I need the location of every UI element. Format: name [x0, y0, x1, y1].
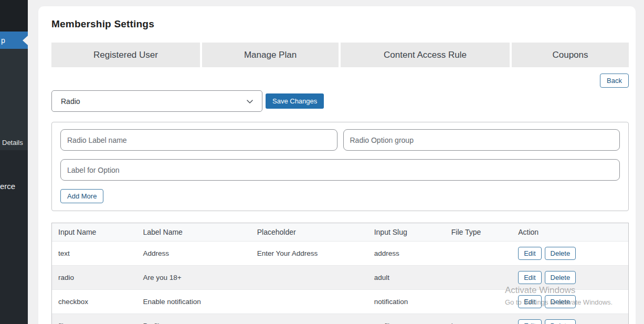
- field-type-controls: Radio Save Changes: [51, 90, 629, 112]
- edit-button[interactable]: Edit: [518, 271, 541, 284]
- sidebar-submenu-section: Details: [0, 49, 28, 150]
- cell-label-name: Are you 18+: [136, 265, 250, 289]
- sidebar-active-label: p: [1, 36, 5, 45]
- add-more-button[interactable]: Add More: [60, 189, 103, 203]
- column-header-input-name: Input Name: [52, 223, 136, 241]
- input-type-select[interactable]: Radio: [51, 90, 262, 112]
- table-row: checkbox Enable notification notificatio…: [52, 289, 628, 313]
- sidebar-top-section: [0, 0, 28, 32]
- cell-input-name: radio: [52, 265, 136, 289]
- cell-file-type: image: [445, 313, 512, 324]
- cell-input-name: text: [52, 241, 136, 265]
- delete-button[interactable]: Delete: [545, 247, 576, 260]
- page-title: Membership Settings: [51, 18, 629, 30]
- sidebar-item-active[interactable]: p: [0, 32, 28, 49]
- radio-label-name-input[interactable]: [60, 129, 337, 151]
- tab-coupons[interactable]: Coupons: [512, 43, 629, 67]
- delete-button[interactable]: Delete: [545, 319, 576, 324]
- cell-file-type: [445, 265, 512, 289]
- inputs-table: Input Name Label Name Placeholder Input …: [52, 223, 628, 324]
- tab-manage-plan[interactable]: Manage Plan: [202, 43, 339, 67]
- column-header-input-slug: Input Slug: [368, 223, 445, 241]
- radio-options-panel: Add More: [51, 122, 629, 211]
- sidebar-item-details[interactable]: Details: [2, 139, 23, 147]
- cell-input-name: file: [52, 313, 136, 324]
- cell-label-name: Address: [136, 241, 250, 265]
- table-row: file Profile profile image Edit Delete: [52, 313, 628, 324]
- back-row: Back: [51, 74, 629, 88]
- cell-file-type: [445, 289, 512, 313]
- active-item-arrow-icon: [23, 36, 28, 45]
- sidebar-bottom-section: erce: [0, 150, 28, 324]
- column-header-label-name: Label Name: [136, 223, 250, 241]
- cell-placeholder: Enter Your Address: [251, 241, 368, 265]
- cell-placeholder: [251, 313, 368, 324]
- cell-placeholder: [251, 289, 368, 313]
- cell-label-name: Profile: [136, 313, 250, 324]
- cell-placeholder: [251, 265, 368, 289]
- table-row: text Address Enter Your Address address …: [52, 241, 628, 265]
- admin-sidebar: p Details erce: [0, 0, 28, 324]
- tab-registered-user[interactable]: Registered User: [51, 43, 200, 67]
- delete-button[interactable]: Delete: [545, 295, 576, 308]
- chevron-down-icon: [246, 97, 254, 106]
- radio-option-group-input[interactable]: [343, 129, 620, 151]
- cell-input-slug: profile: [368, 313, 445, 324]
- column-header-placeholder: Placeholder: [251, 223, 368, 241]
- table-row: radio Are you 18+ adult Edit Delete: [52, 265, 628, 289]
- tab-bar: Registered User Manage Plan Content Acce…: [51, 43, 629, 67]
- tab-content-access-rule[interactable]: Content Access Rule: [341, 43, 510, 67]
- edit-button[interactable]: Edit: [518, 295, 541, 308]
- column-header-file-type: File Type: [445, 223, 512, 241]
- cell-input-slug: adult: [368, 265, 445, 289]
- cell-input-slug: address: [368, 241, 445, 265]
- input-type-selected-value: Radio: [61, 97, 80, 106]
- edit-button[interactable]: Edit: [518, 319, 541, 324]
- edit-button[interactable]: Edit: [518, 247, 541, 260]
- cell-input-name: checkbox: [52, 289, 136, 313]
- cell-input-slug: notification: [368, 289, 445, 313]
- inputs-table-panel: Input Name Label Name Placeholder Input …: [51, 223, 629, 324]
- table-header-row: Input Name Label Name Placeholder Input …: [52, 223, 628, 241]
- option-label-input[interactable]: [60, 159, 620, 181]
- cell-label-name: Enable notification: [136, 289, 250, 313]
- delete-button[interactable]: Delete: [545, 271, 576, 284]
- column-header-action: Action: [512, 223, 628, 241]
- main-content-card: Membership Settings Registered User Mana…: [38, 6, 636, 324]
- back-button[interactable]: Back: [600, 74, 629, 88]
- sidebar-item-woocommerce[interactable]: erce: [0, 182, 15, 191]
- cell-file-type: [445, 241, 512, 265]
- save-changes-button[interactable]: Save Changes: [266, 93, 324, 109]
